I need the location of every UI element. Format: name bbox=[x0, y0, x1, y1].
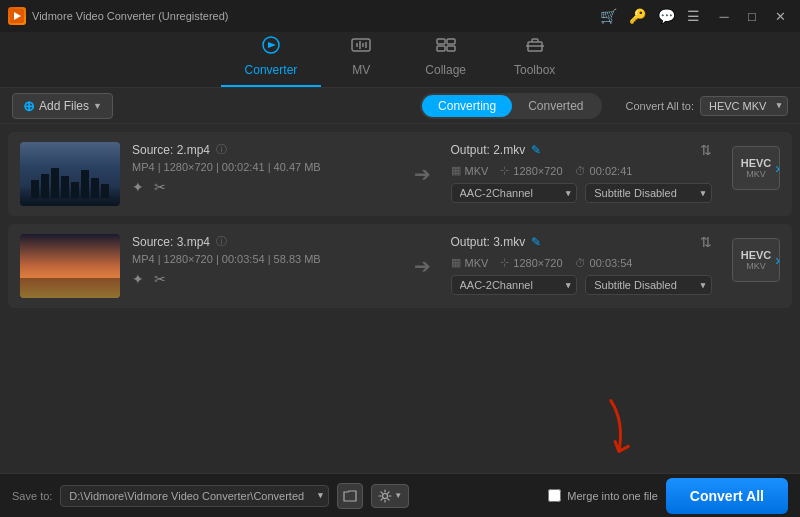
maximize-button[interactable]: □ bbox=[740, 6, 764, 26]
svg-rect-7 bbox=[437, 46, 445, 51]
output-top-1: Output: 2.mkv ✎ ⇅ bbox=[451, 142, 713, 158]
spec-resolution-2: ⊹ 1280×720 bbox=[500, 256, 562, 269]
menu-icon[interactable]: ☰ bbox=[687, 8, 700, 24]
convert-all-to-label: Convert All to: bbox=[626, 100, 694, 112]
svg-rect-6 bbox=[447, 39, 455, 44]
badge-bottom-2: MKV bbox=[746, 261, 766, 271]
output-top-2: Output: 3.mkv ✎ ⇅ bbox=[451, 234, 713, 250]
cart-icon[interactable]: 🛒 bbox=[600, 8, 617, 24]
audio-select-wrapper-1[interactable]: AAC-2Channel ▼ bbox=[451, 183, 578, 203]
converter-icon bbox=[260, 36, 282, 59]
tab-toolbox[interactable]: Toolbox bbox=[490, 30, 579, 87]
key-icon[interactable]: 🔑 bbox=[629, 8, 646, 24]
edit-icon-2[interactable]: ✎ bbox=[531, 235, 541, 249]
film-icon-2: ▦ bbox=[451, 256, 461, 269]
file-source-row-1: Source: 2.mp4 ⓘ bbox=[132, 142, 394, 157]
arrow-right-icon-1: ➔ bbox=[414, 162, 431, 186]
badge-arrow-2: › bbox=[775, 252, 780, 268]
titlebar-title: Vidmore Video Converter (Unregistered) bbox=[32, 10, 228, 22]
skyline bbox=[20, 168, 120, 198]
info-icon-1[interactable]: ⓘ bbox=[216, 142, 227, 157]
building bbox=[101, 184, 109, 198]
audio-select-1[interactable]: AAC-2Channel bbox=[451, 183, 578, 203]
thumb-sunset-image bbox=[20, 234, 120, 298]
chat-icon[interactable]: 💬 bbox=[658, 8, 675, 24]
titlebar-right: 🛒 🔑 💬 ☰ ─ □ ✕ bbox=[600, 6, 792, 26]
cut-icon-2[interactable]: ✂ bbox=[154, 271, 166, 287]
file-thumb-1 bbox=[20, 142, 120, 206]
clock-icon-1: ⏱ bbox=[575, 165, 586, 177]
main-content: Source: 2.mp4 ⓘ MP4 | 1280×720 | 00:02:4… bbox=[0, 124, 800, 473]
badge-top-2: HEVC bbox=[741, 249, 772, 261]
toolbar: ⊕ Add Files ▼ Converting Converted Conve… bbox=[0, 88, 800, 124]
convert-tabs: Converting Converted bbox=[420, 93, 601, 119]
file-thumb-2 bbox=[20, 234, 120, 298]
tab-collage-label: Collage bbox=[425, 63, 466, 77]
format-select[interactable]: HEVC MKV H.264 MP4 H.264 AVI bbox=[700, 96, 788, 116]
resolution-icon-2: ⊹ bbox=[500, 256, 509, 269]
folder-button[interactable] bbox=[337, 483, 363, 509]
spec-duration-1: ⏱ 00:02:41 bbox=[575, 165, 633, 177]
file1-meta: MP4 | 1280×720 | 00:02:41 | 40.47 MB bbox=[132, 161, 394, 173]
save-path-select[interactable]: D:\Vidmore\Vidmore Video Converter\Conve… bbox=[60, 485, 329, 507]
svg-rect-8 bbox=[447, 46, 455, 51]
tab-toolbox-label: Toolbox bbox=[514, 63, 555, 77]
output-area-2: Output: 3.mkv ✎ ⇅ ▦ MKV ⊹ 1280×720 bbox=[451, 234, 713, 295]
file2-source: Source: 3.mp4 bbox=[132, 235, 210, 249]
merge-label: Merge into one file bbox=[567, 490, 658, 502]
arrow-right-icon-2: ➔ bbox=[414, 254, 431, 278]
add-files-button[interactable]: ⊕ Add Files ▼ bbox=[12, 93, 113, 119]
settings-star-icon-1[interactable]: ✦ bbox=[132, 179, 144, 195]
edit-icon-1[interactable]: ✎ bbox=[531, 143, 541, 157]
file1-actions: ✦ ✂ bbox=[132, 179, 394, 195]
tab-converter[interactable]: Converter bbox=[221, 30, 322, 87]
converting-tab[interactable]: Converting bbox=[422, 95, 512, 117]
cut-icon-1[interactable]: ✂ bbox=[154, 179, 166, 195]
merge-checkbox-area: Merge into one file bbox=[548, 489, 658, 502]
subtitle-select-wrapper-1[interactable]: Subtitle Disabled ▼ bbox=[585, 183, 712, 203]
building bbox=[51, 168, 59, 198]
tune-icon-1[interactable]: ⇅ bbox=[700, 142, 712, 158]
convert-all-to: Convert All to: HEVC MKV H.264 MP4 H.264… bbox=[626, 96, 788, 116]
tab-mv[interactable]: MV bbox=[321, 30, 401, 87]
file-info-1: Source: 2.mp4 ⓘ MP4 | 1280×720 | 00:02:4… bbox=[132, 142, 394, 195]
converted-tab[interactable]: Converted bbox=[512, 95, 599, 117]
info-icon-2[interactable]: ⓘ bbox=[216, 234, 227, 249]
minimize-button[interactable]: ─ bbox=[712, 6, 736, 26]
svg-rect-4 bbox=[352, 39, 370, 51]
tabbar: Converter MV Collage bbox=[0, 32, 800, 88]
merge-checkbox[interactable] bbox=[548, 489, 561, 502]
building bbox=[91, 178, 99, 198]
output-selects-2: AAC-2Channel ▼ Subtitle Disabled ▼ bbox=[451, 275, 713, 295]
spec-format-1: ▦ MKV bbox=[451, 164, 489, 177]
spec-resolution-1: ⊹ 1280×720 bbox=[500, 164, 562, 177]
settings-star-icon-2[interactable]: ✦ bbox=[132, 271, 144, 287]
subtitle-select-wrapper-2[interactable]: Subtitle Disabled ▼ bbox=[585, 275, 712, 295]
app-icon bbox=[8, 7, 26, 25]
format-badge-1[interactable]: HEVC MKV › bbox=[732, 146, 780, 190]
building bbox=[61, 176, 69, 198]
subtitle-select-2[interactable]: Subtitle Disabled bbox=[585, 275, 712, 295]
close-button[interactable]: ✕ bbox=[768, 6, 792, 26]
output-name-2: Output: 3.mkv ✎ bbox=[451, 235, 542, 249]
file-source-row-2: Source: 3.mp4 ⓘ bbox=[132, 234, 394, 249]
format-select-wrapper[interactable]: HEVC MKV H.264 MP4 H.264 AVI ▼ bbox=[700, 96, 788, 116]
convert-all-button[interactable]: Convert All bbox=[666, 478, 788, 514]
save-path-wrapper[interactable]: D:\Vidmore\Vidmore Video Converter\Conve… bbox=[60, 485, 329, 507]
settings-button[interactable]: ▼ bbox=[371, 484, 409, 508]
tab-collage[interactable]: Collage bbox=[401, 30, 490, 87]
subtitle-select-1[interactable]: Subtitle Disabled bbox=[585, 183, 712, 203]
add-files-label: Add Files bbox=[39, 99, 89, 113]
svg-point-11 bbox=[383, 493, 388, 498]
audio-select-2[interactable]: AAC-2Channel bbox=[451, 275, 578, 295]
format-badge-2[interactable]: HEVC MKV › bbox=[732, 238, 780, 282]
tab-converter-label: Converter bbox=[245, 63, 298, 77]
file2-meta: MP4 | 1280×720 | 00:03:54 | 58.83 MB bbox=[132, 253, 394, 265]
titlebar-left: Vidmore Video Converter (Unregistered) bbox=[8, 7, 228, 25]
building bbox=[71, 182, 79, 198]
svg-marker-3 bbox=[268, 42, 276, 48]
bottombar: Save to: D:\Vidmore\Vidmore Video Conver… bbox=[0, 473, 800, 517]
tune-icon-2[interactable]: ⇅ bbox=[700, 234, 712, 250]
file1-output-label: Output: 2.mkv bbox=[451, 143, 526, 157]
audio-select-wrapper-2[interactable]: AAC-2Channel ▼ bbox=[451, 275, 578, 295]
